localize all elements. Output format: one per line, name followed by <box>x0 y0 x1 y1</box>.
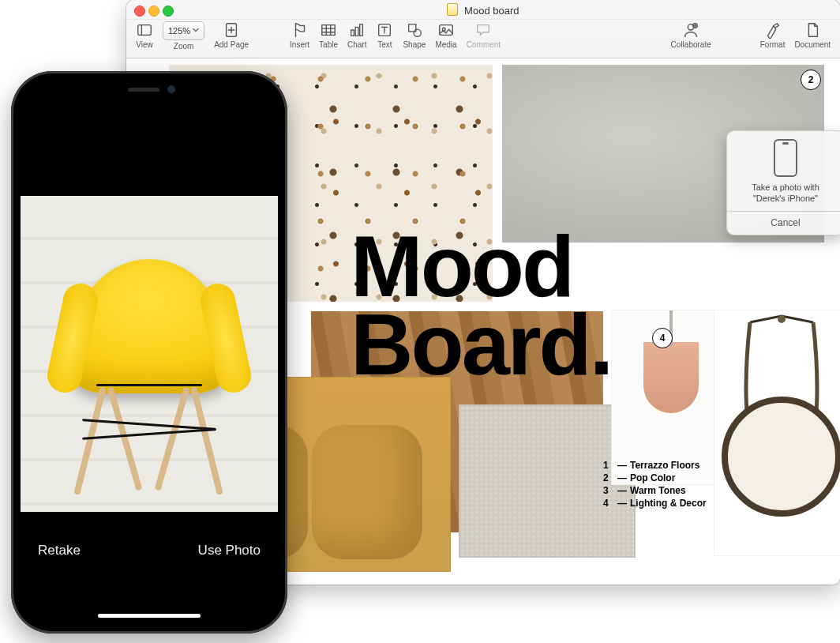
close-icon[interactable] <box>134 6 145 17</box>
chart-label: Chart <box>347 40 366 49</box>
svg-rect-3 <box>351 30 354 36</box>
retake-button[interactable]: Retake <box>38 543 81 558</box>
view-label: View <box>136 40 153 49</box>
comment-button: Comment <box>467 21 501 49</box>
legend-item: 1—Terrazzo Floors <box>603 460 707 471</box>
page-title[interactable]: Mood Board. <box>351 229 761 385</box>
legend-item: 4—Lighting & Decor <box>603 498 707 509</box>
svg-point-8 <box>414 29 421 36</box>
text-label: Text <box>377 40 392 49</box>
chevron-down-icon <box>193 27 199 33</box>
svg-rect-4 <box>355 27 358 36</box>
document-button[interactable]: Document <box>794 21 831 49</box>
phone-icon <box>774 139 797 177</box>
svg-point-13 <box>778 315 786 323</box>
shape-button[interactable]: Shape <box>403 21 426 49</box>
zoom-button[interactable]: 125% Zoom <box>163 21 204 51</box>
insert-button[interactable]: Insert <box>290 21 309 49</box>
legend-item: 3—Warm Tones <box>603 485 707 496</box>
title-line-2: Board. <box>351 303 761 386</box>
home-indicator[interactable] <box>98 614 201 618</box>
badge-2: 2 <box>801 70 821 90</box>
document-label: Document <box>794 40 831 49</box>
window-title: Mood board <box>464 5 519 17</box>
continuity-camera-popover: Take a photo with "Derek's iPhone" Cance… <box>726 130 840 235</box>
add-page-label: Add Page <box>214 40 249 49</box>
chair-image <box>58 227 240 504</box>
badge-4: 4 <box>652 328 673 348</box>
media-button[interactable]: Media <box>435 21 456 49</box>
table-label: Table <box>319 40 338 49</box>
camera-bottom-bar: Retake Use Photo <box>21 491 278 624</box>
svg-rect-5 <box>360 24 363 36</box>
collaborate-label: Collaborate <box>671 40 711 49</box>
format-button[interactable]: Format <box>760 21 786 49</box>
use-photo-button[interactable]: Use Photo <box>198 543 261 558</box>
svg-rect-0 <box>138 25 152 36</box>
zoom-value: 125% <box>168 26 190 36</box>
table-button[interactable]: Table <box>319 21 338 49</box>
document-icon <box>447 3 458 16</box>
iphone-device: Retake Use Photo <box>11 71 287 634</box>
comment-label: Comment <box>467 40 501 49</box>
popover-text: Take a photo with "Derek's iPhone" <box>735 182 836 205</box>
title-line-1: Mood <box>351 229 761 303</box>
view-button[interactable]: View <box>136 21 153 49</box>
shape-label: Shape <box>403 40 426 49</box>
legend-item: 2—Pop Color <box>603 472 707 483</box>
chart-button[interactable]: Chart <box>347 21 366 49</box>
toolbar: View 125% Zoom Add Page Insert Table <box>126 19 840 61</box>
iphone-screen: Retake Use Photo <box>21 81 278 624</box>
camera-photo-preview[interactable] <box>21 196 278 512</box>
add-page-button[interactable]: Add Page <box>214 21 249 49</box>
media-label: Media <box>435 40 456 49</box>
insert-label: Insert <box>290 40 309 49</box>
cancel-button[interactable]: Cancel <box>727 211 840 230</box>
svg-rect-2 <box>322 25 336 36</box>
format-label: Format <box>760 40 786 49</box>
legend-list: 1—Terrazzo Floors 2—Pop Color 3—Warm Ton… <box>603 458 707 510</box>
svg-point-14 <box>725 400 838 513</box>
fullscreen-icon[interactable] <box>163 6 174 17</box>
text-button[interactable]: Text <box>376 21 393 49</box>
minimize-icon[interactable] <box>148 6 159 17</box>
collaborate-button[interactable]: Collaborate <box>671 21 711 49</box>
notch <box>82 79 216 101</box>
titlebar[interactable]: Mood board <box>126 0 840 19</box>
zoom-label: Zoom <box>174 42 194 51</box>
svg-rect-9 <box>440 25 453 36</box>
